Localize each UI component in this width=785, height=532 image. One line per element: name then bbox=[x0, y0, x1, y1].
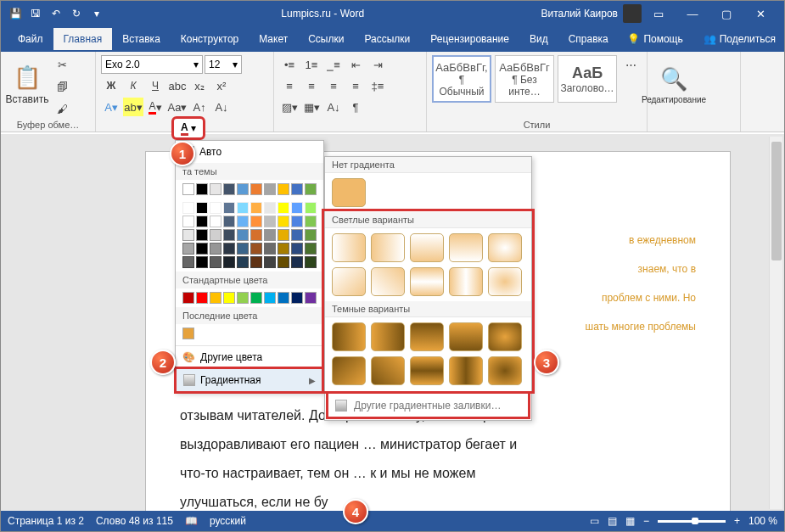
gradient-thumb[interactable] bbox=[410, 267, 444, 296]
color-swatch[interactable] bbox=[210, 256, 221, 268]
gradient-thumb[interactable] bbox=[410, 233, 444, 262]
tab-review[interactable]: Рецензирование bbox=[420, 28, 519, 50]
color-swatch[interactable] bbox=[237, 292, 249, 304]
color-swatch[interactable] bbox=[210, 216, 221, 227]
gradient-thumb[interactable] bbox=[488, 233, 522, 262]
zoom-in-button[interactable]: + bbox=[734, 515, 740, 527]
color-swatch[interactable] bbox=[182, 229, 194, 241]
status-page[interactable]: Страница 1 из 2 bbox=[8, 515, 84, 527]
standard-swatches[interactable] bbox=[176, 288, 323, 307]
ribbon-opts-icon[interactable]: ▭ bbox=[642, 1, 676, 26]
tab-references[interactable]: Ссылки bbox=[298, 28, 354, 50]
color-swatch[interactable] bbox=[223, 183, 235, 195]
strike-button[interactable]: abc bbox=[167, 76, 188, 95]
color-swatch[interactable] bbox=[182, 243, 194, 255]
subscript-button[interactable]: x₂ bbox=[189, 76, 210, 95]
spellcheck-icon[interactable]: 📖 bbox=[185, 515, 198, 527]
redo-icon[interactable]: ↻ bbox=[69, 6, 84, 21]
gradient-thumb[interactable] bbox=[488, 267, 522, 296]
color-swatch[interactable] bbox=[223, 256, 235, 268]
decrease-indent-button[interactable]: ⇤ bbox=[345, 55, 366, 74]
shading-button[interactable]: ▨▾ bbox=[279, 98, 300, 116]
color-swatch[interactable] bbox=[305, 183, 317, 195]
minimize-button[interactable]: ― bbox=[676, 1, 709, 26]
color-swatch[interactable] bbox=[278, 216, 289, 227]
tab-insert[interactable]: Вставка bbox=[112, 28, 171, 50]
gradient-thumb[interactable] bbox=[371, 322, 405, 351]
status-language[interactable]: русский bbox=[210, 515, 246, 527]
text-effects-button[interactable]: А▾ bbox=[101, 98, 121, 116]
color-swatch[interactable] bbox=[305, 229, 317, 241]
color-swatch[interactable] bbox=[196, 216, 208, 227]
tab-layout[interactable]: Макет bbox=[249, 28, 298, 50]
tab-help[interactable]: Справка bbox=[558, 28, 619, 50]
color-swatch[interactable] bbox=[278, 243, 289, 255]
font-color-highlight[interactable]: А ▾ bbox=[171, 116, 205, 140]
style-nospacing[interactable]: АаБбВвГг¶ Без инте… bbox=[495, 55, 554, 103]
color-swatch[interactable] bbox=[196, 292, 208, 304]
color-swatch[interactable] bbox=[291, 202, 303, 214]
color-swatch[interactable] bbox=[223, 216, 235, 227]
color-swatch[interactable] bbox=[278, 183, 289, 195]
more-colors[interactable]: 🎨Другие цвета bbox=[176, 345, 323, 368]
color-swatch[interactable] bbox=[264, 202, 276, 214]
color-swatch[interactable] bbox=[291, 256, 303, 268]
tell-me[interactable]: 💡Помощь bbox=[619, 28, 691, 50]
gradient-thumb[interactable] bbox=[371, 233, 405, 262]
gradient-thumb[interactable] bbox=[410, 356, 444, 385]
gradient-thumb[interactable] bbox=[332, 356, 366, 385]
font-size-combo[interactable]: 12▾ bbox=[205, 55, 242, 74]
gradient-thumb[interactable] bbox=[371, 356, 405, 385]
gradient-thumb[interactable] bbox=[332, 267, 366, 296]
format-painter-button[interactable]: 🖌 bbox=[52, 99, 72, 118]
color-swatch[interactable] bbox=[291, 243, 303, 255]
color-swatch[interactable] bbox=[278, 202, 289, 214]
color-swatch[interactable] bbox=[264, 292, 276, 304]
grow-font-button[interactable]: A↑ bbox=[189, 98, 210, 116]
no-gradient-thumb[interactable] bbox=[325, 173, 531, 212]
line-spacing-button[interactable]: ‡≡ bbox=[367, 76, 388, 95]
color-swatch[interactable] bbox=[250, 216, 262, 227]
light-variants[interactable] bbox=[325, 228, 531, 301]
color-swatch[interactable] bbox=[250, 183, 262, 195]
theme-shades[interactable] bbox=[176, 199, 323, 272]
highlight-button[interactable]: ab▾ bbox=[123, 98, 143, 116]
increase-indent-button[interactable]: ⇥ bbox=[367, 55, 388, 74]
tab-home[interactable]: Главная bbox=[53, 28, 113, 50]
color-swatch[interactable] bbox=[196, 243, 208, 255]
align-left-button[interactable]: ≡ bbox=[279, 76, 300, 95]
editing-button[interactable]: 🔍Редактирование bbox=[653, 55, 695, 115]
underline-button[interactable]: Ч bbox=[145, 76, 165, 95]
color-swatch[interactable] bbox=[291, 229, 303, 241]
shrink-font-button[interactable]: A↓ bbox=[211, 98, 232, 116]
color-swatch[interactable] bbox=[264, 229, 276, 241]
sort-button[interactable]: A↓ bbox=[323, 98, 344, 116]
color-swatch[interactable] bbox=[210, 229, 221, 241]
status-words[interactable]: Слово 48 из 115 bbox=[96, 515, 173, 527]
color-swatch[interactable] bbox=[305, 292, 317, 304]
undo-icon[interactable]: ↶ bbox=[48, 6, 64, 21]
gradient-thumb[interactable] bbox=[488, 322, 522, 351]
theme-swatches[interactable] bbox=[176, 180, 323, 199]
align-right-button[interactable]: ≡ bbox=[323, 76, 344, 95]
color-swatch[interactable] bbox=[305, 216, 317, 227]
color-swatch[interactable] bbox=[237, 243, 249, 255]
gradient-thumb[interactable] bbox=[449, 356, 483, 385]
color-swatch[interactable] bbox=[182, 256, 194, 268]
font-name-combo[interactable]: Exo 2.0▾ bbox=[101, 55, 203, 74]
zoom-out-button[interactable]: − bbox=[643, 515, 649, 527]
scrollbar-thumb[interactable] bbox=[771, 142, 782, 260]
color-swatch[interactable] bbox=[250, 202, 262, 214]
color-swatch[interactable] bbox=[196, 256, 208, 268]
gradient-submenu[interactable]: Градиентная▶ bbox=[176, 368, 323, 392]
gradient-thumb[interactable] bbox=[488, 356, 522, 385]
color-swatch[interactable] bbox=[250, 229, 262, 241]
bold-button[interactable]: Ж bbox=[101, 76, 121, 95]
color-swatch[interactable] bbox=[250, 292, 262, 304]
bullets-button[interactable]: •≡ bbox=[279, 55, 300, 74]
color-swatch[interactable] bbox=[223, 229, 235, 241]
font-color-button[interactable]: А▾ bbox=[145, 98, 165, 116]
color-swatch[interactable] bbox=[223, 202, 235, 214]
color-swatch[interactable] bbox=[223, 243, 235, 255]
close-button[interactable]: ✕ bbox=[743, 1, 777, 26]
